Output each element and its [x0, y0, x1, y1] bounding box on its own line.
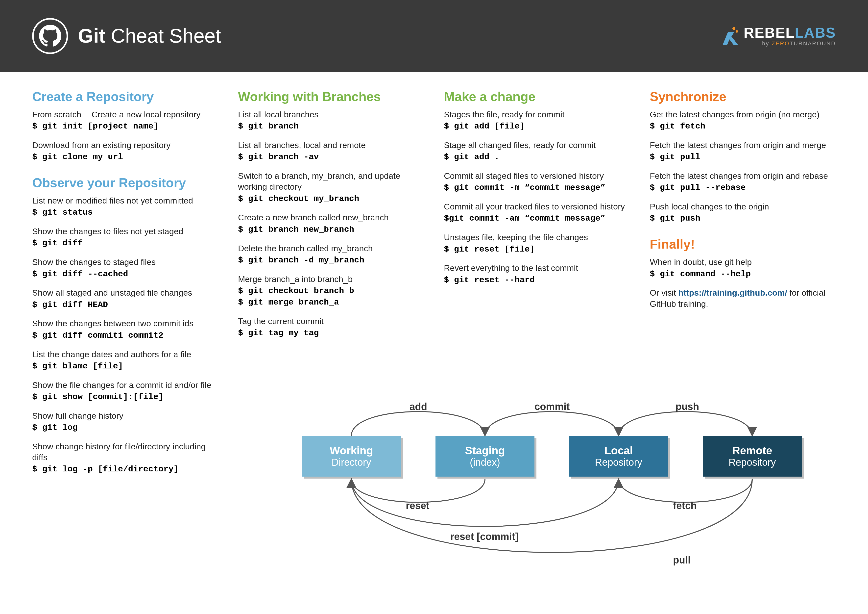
entry: Stages the file, ready for commit $ git … [444, 109, 630, 132]
cmd: $ git commit -m “commit message” [444, 182, 630, 194]
entry: List all branches, local and remote $ gi… [238, 140, 424, 163]
cmd: $ git diff commit1 commit2 [32, 330, 218, 341]
desc: Show all staged and unstaged file change… [32, 287, 218, 298]
box-sub: Directory [332, 457, 371, 468]
label-pull: pull [673, 555, 691, 566]
entry: List the change dates and authors for a … [32, 349, 218, 372]
cmd: $ git reset [file] [444, 244, 630, 255]
brand-sub-rest: TURNAROUND [790, 40, 836, 47]
header-left: Git Cheat Sheet [32, 18, 221, 54]
cmd: $ git branch -av [238, 152, 424, 163]
cmd: $ git add . [444, 152, 630, 163]
brand-name: REBELLABS [744, 25, 836, 40]
entry: Push local changes to the origin $ git p… [650, 201, 836, 224]
box-title: Staging [465, 445, 505, 457]
brand-sub-prefix: by [762, 40, 772, 47]
desc: Show the changes to files not yet staged [32, 226, 218, 237]
entry: Get the latest changes from origin (no m… [650, 109, 836, 132]
diagram-arrows [272, 389, 817, 599]
desc: Show change history for file/directory i… [32, 441, 218, 463]
entry: Create a new branch called new_branch $ … [238, 212, 424, 235]
heading-make-change: Make a change [444, 89, 630, 104]
entry: List new or modified files not yet commi… [32, 195, 218, 218]
heading-observe-repo: Observe your Repository [32, 175, 218, 190]
cmd: $ git branch -d my_branch [238, 255, 424, 266]
entry: List all local branches $ git branch [238, 109, 424, 132]
entry: Tag the current commit $ git tag my_tag [238, 316, 424, 339]
desc: Create a new branch called new_branch [238, 212, 424, 223]
cmd: $ git diff --cached [32, 269, 218, 280]
desc: Get the latest changes from origin (no m… [650, 109, 836, 120]
training-link[interactable]: https://training.github.com/ [678, 288, 787, 297]
heading-finally: Finally! [650, 237, 836, 252]
cmd: $ git show [commit]:[file] [32, 392, 218, 403]
desc: Show full change history [32, 410, 218, 421]
cmd: $ git log -p [file/directory] [32, 464, 218, 475]
desc: List new or modified files not yet commi… [32, 195, 218, 206]
entry: Merge branch_a into branch_b $ git check… [238, 274, 424, 308]
desc: Commit all your tracked files to version… [444, 201, 630, 212]
desc: Revert everything to the last commit [444, 263, 630, 273]
svg-point-1 [736, 30, 738, 33]
cmd: $ git branch [238, 121, 424, 132]
cmd: $ git blame [file] [32, 361, 218, 372]
desc: Fetch the latest changes from origin and… [650, 140, 836, 151]
heading-create-repo: Create a Repository [32, 89, 218, 104]
desc: Push local changes to the origin [650, 201, 836, 212]
label-reset-commit: reset [commit] [450, 531, 519, 542]
box-sub: Repository [595, 457, 642, 468]
column-1: Create a Repository From scratch -- Crea… [32, 89, 218, 482]
entry: When in doubt, use git help $ git comman… [650, 256, 836, 280]
cmd: $ git fetch [650, 121, 836, 132]
entry: Unstages file, keeping the file changes … [444, 232, 630, 255]
entry: Show change history for file/directory i… [32, 441, 218, 475]
brand-logo: REBELLABS by ZEROTURNAROUND [719, 25, 836, 46]
label-push: push [676, 401, 699, 412]
cmd: $ git checkout branch_b [238, 286, 424, 297]
label-add: add [409, 401, 427, 412]
entry: Fetch the latest changes from origin and… [650, 140, 836, 163]
box-title: Remote [732, 445, 772, 457]
desc: List all local branches [238, 109, 424, 120]
entry: Switch to a branch, my_branch, and updat… [238, 170, 424, 205]
box-title: Local [604, 445, 633, 457]
label-commit: commit [535, 401, 570, 412]
diagram-box-local: Local Repository [569, 436, 668, 477]
entry: Download from an existing repository $ g… [32, 140, 218, 163]
entry: Revert everything to the last commit $ g… [444, 263, 630, 286]
svg-point-0 [732, 27, 735, 30]
desc: Unstages file, keeping the file changes [444, 232, 630, 242]
desc: List all branches, local and remote [238, 140, 424, 151]
desc: List the change dates and authors for a … [32, 349, 218, 360]
cmd: $ git add [file] [444, 121, 630, 132]
heading-branches: Working with Branches [238, 89, 424, 104]
entry: From scratch -- Create a new local repos… [32, 109, 218, 132]
entry: Show the changes to files not yet staged… [32, 226, 218, 249]
cmd: $ git reset --hard [444, 275, 630, 286]
cmd: $ git push [650, 213, 836, 224]
entry: Show all staged and unstaged file change… [32, 287, 218, 311]
cmd: $ git log [32, 422, 218, 434]
cmd: $ git merge branch_a [238, 297, 424, 308]
desc: Stages the file, ready for commit [444, 109, 630, 120]
cmd: $ git tag my_tag [238, 328, 424, 339]
entry: Show the file changes for a commit id an… [32, 379, 218, 403]
box-title: Working [330, 445, 373, 457]
entry: Show the changes between two commit ids … [32, 318, 218, 341]
entry: Commit all your tracked files to version… [444, 201, 630, 224]
cmd: $ git status [32, 207, 218, 218]
label-fetch: fetch [673, 500, 697, 511]
desc: Commit all staged files to versioned his… [444, 170, 630, 181]
entry: Show the changes to staged files $ git d… [32, 256, 218, 280]
desc: Stage all changed files, ready for commi… [444, 140, 630, 151]
cmd: $ git diff HEAD [32, 299, 218, 311]
title-rest: Cheat Sheet [105, 25, 221, 47]
github-icon [32, 18, 68, 54]
brand-blue: LABS [795, 25, 836, 40]
desc: Or visit https://training.github.com/ fo… [650, 287, 836, 309]
cmd: $ git branch new_branch [238, 224, 424, 235]
heading-synchronize: Synchronize [650, 89, 836, 104]
entry: Commit all staged files to versioned his… [444, 170, 630, 194]
diagram-box-working: Working Directory [302, 436, 401, 477]
desc: From scratch -- Create a new local repos… [32, 109, 218, 120]
